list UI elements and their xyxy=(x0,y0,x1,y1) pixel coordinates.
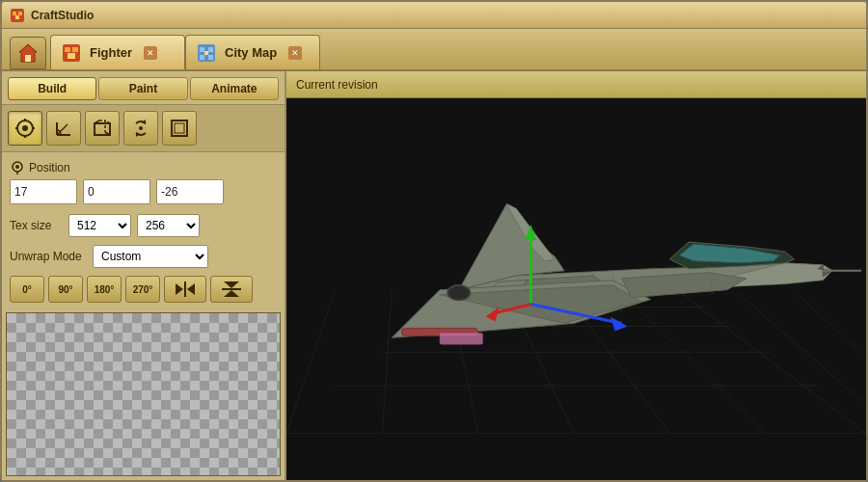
position-y-input[interactable] xyxy=(83,179,150,204)
jet-scene-svg xyxy=(286,98,866,434)
texture-checker-pattern xyxy=(7,313,280,475)
flip-v-button[interactable] xyxy=(210,276,253,303)
revision-label: Current revision xyxy=(296,78,378,92)
box-icon xyxy=(93,119,112,138)
svg-rect-5 xyxy=(25,55,31,62)
mode-bar: Build Paint Animate xyxy=(2,71,285,100)
main-window: CraftStudio Fighter ✕ xyxy=(0,0,868,482)
titlebar: CraftStudio xyxy=(2,2,866,29)
citymap-tab-close[interactable]: ✕ xyxy=(288,46,302,60)
tab-fighter[interactable]: Fighter ✕ xyxy=(50,35,185,69)
position-inputs xyxy=(10,179,277,204)
position-label: Position xyxy=(10,160,277,175)
svg-marker-43 xyxy=(224,290,239,297)
svg-rect-12 xyxy=(208,47,213,52)
animate-mode-button[interactable]: Animate xyxy=(190,77,279,100)
svg-marker-39 xyxy=(176,283,183,295)
flip-vertical-icon xyxy=(220,280,243,299)
citymap-tab-label: City Map xyxy=(225,45,277,60)
tex-size-row: Tex size 512 256 128 64 256 512 128 64 xyxy=(2,208,285,243)
left-panel: Build Paint Animate xyxy=(2,71,286,480)
svg-rect-35 xyxy=(175,123,184,133)
svg-rect-13 xyxy=(200,55,204,60)
scale-icon xyxy=(170,119,189,138)
scale-tool-button[interactable] xyxy=(162,111,197,146)
svg-rect-3 xyxy=(15,15,19,19)
position-x-input[interactable] xyxy=(10,179,77,204)
svg-rect-14 xyxy=(208,55,213,60)
main-area: Build Paint Animate xyxy=(2,71,866,480)
app-icon xyxy=(10,8,25,23)
select-tool-button[interactable] xyxy=(8,111,42,146)
flip-h-button[interactable] xyxy=(164,276,206,303)
unwrap-mode-row: Unwrap Mode Custom Auto Manual xyxy=(2,243,285,274)
tex-size-select-2[interactable]: 256 512 128 64 xyxy=(137,214,200,237)
tab-citymap[interactable]: City Map ✕ xyxy=(185,35,320,69)
build-mode-button[interactable]: Build xyxy=(8,77,96,100)
rotate-90-button[interactable]: 90° xyxy=(48,276,83,303)
tools-row xyxy=(2,104,285,152)
svg-rect-34 xyxy=(172,120,187,136)
texture-preview[interactable] xyxy=(6,312,281,476)
paint-mode-button[interactable]: Paint xyxy=(98,77,187,100)
rotation-row: 0° 90° 180° 270° xyxy=(2,274,285,308)
svg-marker-42 xyxy=(224,281,239,288)
3d-viewport[interactable] xyxy=(286,98,866,480)
tabbar: Fighter ✕ City Map ✕ xyxy=(2,29,866,71)
rotate-tool-button[interactable] xyxy=(123,111,158,146)
svg-marker-40 xyxy=(187,283,195,295)
svg-rect-15 xyxy=(204,51,208,55)
citymap-tab-icon xyxy=(196,42,217,64)
fighter-tab-label: Fighter xyxy=(90,45,132,60)
right-panel: Current revision xyxy=(286,71,866,480)
box-tool-button[interactable] xyxy=(85,111,120,146)
home-icon xyxy=(17,42,39,64)
svg-point-72 xyxy=(448,285,471,301)
position-pin-icon xyxy=(10,160,25,175)
svg-rect-7 xyxy=(65,47,70,52)
window-title: CraftStudio xyxy=(31,9,94,22)
unwrap-mode-label: Unwrap Mode xyxy=(10,250,87,263)
angle-tool-button[interactable] xyxy=(46,111,81,146)
revision-bar: Current revision xyxy=(286,71,866,98)
tex-size-label: Tex size xyxy=(10,219,63,232)
position-z-input[interactable] xyxy=(156,179,224,204)
svg-rect-8 xyxy=(72,47,78,52)
rotate-0-button[interactable]: 0° xyxy=(10,276,44,303)
tex-size-select-1[interactable]: 512 256 128 64 xyxy=(68,214,131,237)
svg-point-17 xyxy=(22,125,28,131)
svg-rect-76 xyxy=(440,333,483,344)
home-button[interactable] xyxy=(10,37,46,69)
svg-rect-11 xyxy=(200,47,204,52)
svg-point-37 xyxy=(15,165,19,169)
fighter-tab-icon xyxy=(61,42,82,64)
svg-rect-2 xyxy=(18,12,22,15)
position-icon xyxy=(15,119,35,138)
svg-rect-1 xyxy=(13,12,16,15)
unwrap-mode-select[interactable]: Custom Auto Manual xyxy=(93,245,208,268)
fighter-tab-close[interactable]: ✕ xyxy=(144,46,157,60)
rotate-180-button[interactable]: 180° xyxy=(87,276,122,303)
rotate-270-button[interactable]: 270° xyxy=(125,276,160,303)
rotate-icon xyxy=(131,119,150,138)
svg-point-31 xyxy=(139,126,143,130)
flip-horizontal-icon xyxy=(174,280,197,299)
position-section: Position xyxy=(2,156,285,208)
angle-icon xyxy=(54,119,73,138)
svg-rect-9 xyxy=(68,53,75,59)
